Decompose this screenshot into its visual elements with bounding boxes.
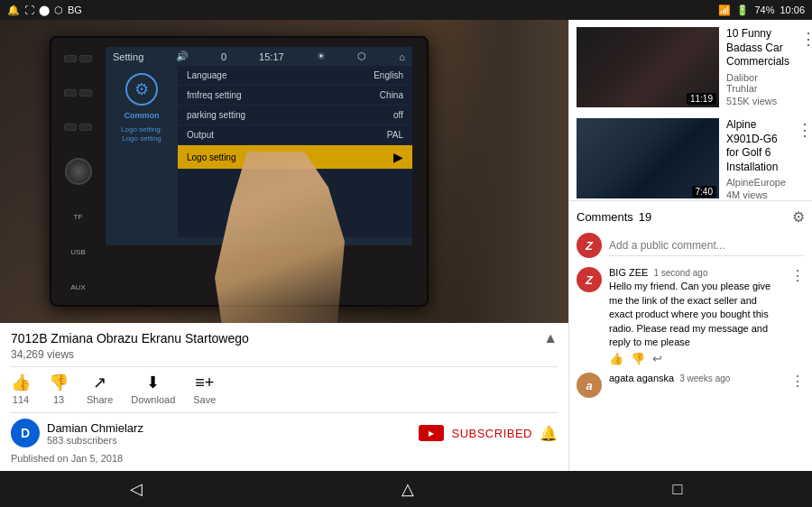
- usb-label: USB: [70, 248, 85, 256]
- comment-reply-1[interactable]: ↩: [652, 352, 662, 365]
- suggested-video-2[interactable]: 7:40 Alpine X901D-G6 for Golf 6 Installa…: [569, 111, 812, 200]
- comment-more-2[interactable]: ⋮: [790, 373, 805, 390]
- bluetooth-header-icon: ⬡: [357, 51, 366, 62]
- logo-setting-label: Logo setting: Logo setting: [121, 125, 162, 144]
- wifi-icon: 📶: [718, 5, 731, 16]
- menu-item-language[interactable]: Language English: [178, 66, 412, 86]
- suggested-channel-1: Dalibor Truhlar: [726, 72, 789, 94]
- save-button[interactable]: ≡+ Save: [193, 373, 216, 405]
- back-button[interactable]: ◁: [112, 475, 161, 502]
- save-icon: ≡+: [195, 373, 214, 392]
- comment-actions-1: 👍 👎 ↩: [609, 352, 783, 365]
- radio-button-row-2: [64, 89, 92, 97]
- video-actions-bar: 👍 114 👎 13 ↗ Share ⬇ Download ≡+ Sav: [11, 366, 558, 405]
- share-button[interactable]: ↗ Share: [87, 373, 113, 405]
- comment-body-2: agata aganska 3 weeks ago: [609, 373, 783, 398]
- home-header-icon: ⌂: [399, 51, 405, 62]
- download-button[interactable]: ⬇ Download: [131, 373, 175, 405]
- video-meta-1: 10 Funny Badass Car Commercials Dalibor …: [719, 27, 797, 107]
- share-label: Share: [87, 394, 113, 405]
- suggested-video-1[interactable]: 11:19 10 Funny Badass Car Commercials Da…: [569, 20, 812, 107]
- video-info: 7012B Zmiana Obrazu Ekranu Startowego 34…: [0, 323, 568, 471]
- comments-header: Comments 19 ⚙: [577, 208, 805, 226]
- comment-author-2: agata aganska: [609, 373, 674, 383]
- screen-time: 15:17: [259, 51, 284, 62]
- video-views: 34,269 views: [11, 348, 249, 361]
- user-avatar: Z: [577, 233, 602, 258]
- gear-icon: ⚙: [125, 73, 158, 106]
- sidebar: 11:19 10 Funny Badass Car Commercials Da…: [568, 20, 812, 471]
- comment-input-row: Z: [577, 233, 805, 258]
- comment-item-2: a agata aganska 3 weeks ago ⋮: [577, 373, 805, 398]
- channel-details: Damian Chmielarz 583 subscribers: [47, 421, 143, 446]
- commenter-avatar-1: Z: [577, 267, 602, 292]
- video-title-block: 7012B Zmiana Obrazu Ekranu Startowego 34…: [11, 330, 249, 361]
- comment-more-1[interactable]: ⋮: [790, 267, 805, 284]
- subscribe-label: SUBSCRIBED: [451, 427, 532, 440]
- subscribe-button[interactable]: SUBSCRIBED 🔔: [419, 425, 558, 442]
- radio-btn: [79, 124, 92, 131]
- comment-author-row-2: agata aganska 3 weeks ago: [609, 373, 783, 383]
- screen-left-panel: ⚙ Common Logo setting: Logo setting: [106, 66, 178, 237]
- comment-author-row-1: BIG ZEE 1 second ago: [609, 267, 783, 278]
- published-date: Published on Jan 5, 2018: [11, 453, 558, 464]
- comment-input[interactable]: [609, 235, 805, 256]
- home-button[interactable]: △: [383, 475, 432, 502]
- radio-volume-knob[interactable]: [65, 158, 92, 185]
- dislike-button[interactable]: 👎 13: [49, 373, 69, 405]
- record-icon: ⬤: [39, 5, 50, 16]
- volume-icon: 🔊: [176, 51, 189, 62]
- like-button[interactable]: 👍 114: [11, 373, 31, 405]
- brightness-icon: ☀: [317, 51, 326, 62]
- radio-btn: [79, 89, 92, 97]
- youtube-icon: [419, 425, 444, 441]
- bottom-nav: ◁ △ □: [0, 471, 812, 507]
- volume-value: 0: [221, 51, 226, 62]
- like-count: 114: [13, 394, 29, 405]
- comment-item-1: Z BIG ZEE 1 second ago Hello my friend. …: [577, 267, 805, 365]
- video-title-row: 7012B Zmiana Obrazu Ekranu Startowego 34…: [11, 330, 558, 361]
- collapse-chevron[interactable]: ▲: [543, 330, 558, 346]
- thumbs-down-icon: 👎: [49, 373, 69, 392]
- comments-section: Comments 19 ⚙ Z Z BIG ZEE: [569, 200, 812, 471]
- share-icon: ↗: [93, 373, 106, 392]
- comment-like-1[interactable]: 👍: [609, 352, 623, 365]
- aux-label: AUX: [70, 283, 85, 291]
- status-bar-left: 🔔 ⛶ ⬤ ⬡ BG: [7, 5, 82, 16]
- dislike-count: 13: [53, 394, 64, 405]
- download-icon: ⬇: [146, 373, 160, 392]
- radio-btn: [64, 124, 77, 131]
- comments-title-row: Comments 19: [577, 210, 651, 224]
- menu-item-output[interactable]: Output PAL: [178, 125, 412, 145]
- screen-header: Setting 🔊 0 15:17 ☀ ⬡ ⌂: [106, 47, 412, 66]
- channel-avatar: D: [11, 419, 40, 447]
- comment-time-2: 3 weeks ago: [679, 373, 730, 383]
- radio-btn: [64, 89, 77, 97]
- radio-button-row-3: [64, 124, 92, 131]
- media-icon: ⛶: [24, 5, 34, 15]
- battery-percent: 74%: [754, 5, 774, 15]
- suggested-views-1: 515K views: [726, 96, 789, 106]
- status-bar-right: 📶 🔋 74% 10:06: [718, 5, 805, 16]
- channel-subscribers: 583 subscribers: [47, 435, 143, 446]
- bg-label: BG: [68, 5, 82, 15]
- menu-item-parking[interactable]: parking setting off: [178, 106, 412, 125]
- comment-body-1: BIG ZEE 1 second ago Hello my friend. Ca…: [609, 267, 783, 365]
- notification-bell-icon[interactable]: 🔔: [540, 425, 558, 442]
- menu-item-fmfreq[interactable]: fmfreq setting China: [178, 86, 412, 106]
- video-container[interactable]: TF USB AUX Setting 🔊 0 15:17 ☀ ⬡ ⌂: [0, 20, 568, 323]
- more-options-2[interactable]: ⋮: [793, 118, 812, 142]
- video-section: TF USB AUX Setting 🔊 0 15:17 ☀ ⬡ ⌂: [0, 20, 568, 471]
- save-label: Save: [193, 394, 216, 405]
- thumbnail-container-2: 7:40: [577, 118, 719, 200]
- comment-dislike-1[interactable]: 👎: [631, 352, 645, 365]
- car-interior-right: [460, 20, 568, 323]
- main-layout: TF USB AUX Setting 🔊 0 15:17 ☀ ⬡ ⌂: [0, 20, 812, 471]
- setting-title: Setting: [113, 51, 143, 62]
- radio-btn: [79, 55, 92, 62]
- recents-button[interactable]: □: [655, 476, 701, 502]
- filter-icon[interactable]: ⚙: [792, 208, 805, 226]
- comment-author-1: BIG ZEE: [609, 267, 648, 278]
- common-label: Common: [125, 111, 160, 120]
- more-options-1[interactable]: ⋮: [797, 27, 812, 51]
